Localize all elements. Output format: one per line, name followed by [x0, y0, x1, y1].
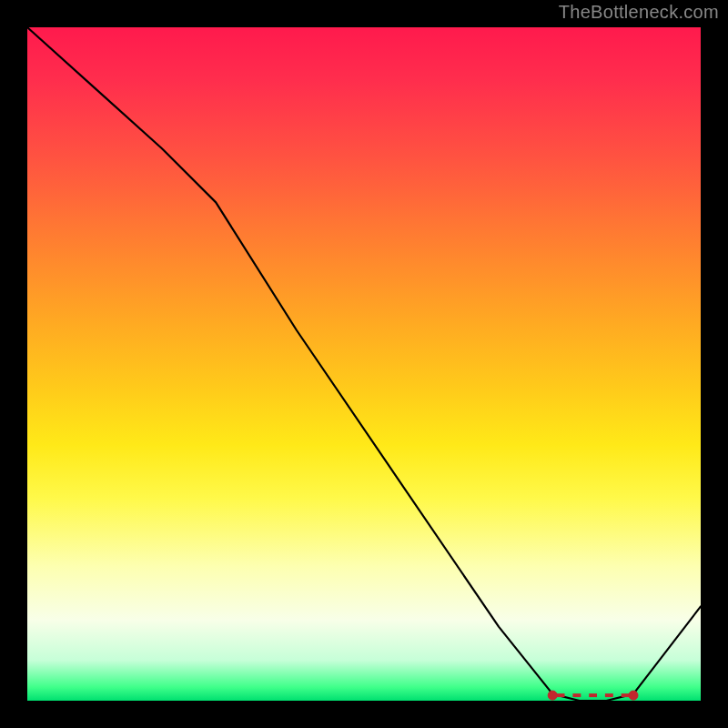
optimal-range-dot-end — [629, 691, 638, 700]
optimal-range-dot-start — [548, 691, 557, 700]
chart-stage: TheBottleneck.com — [0, 0, 728, 728]
attribution-text: TheBottleneck.com — [559, 2, 719, 23]
chart-overlay — [27, 27, 701, 701]
optimal-range-markers — [548, 691, 638, 700]
bottleneck-curve — [27, 27, 701, 701]
